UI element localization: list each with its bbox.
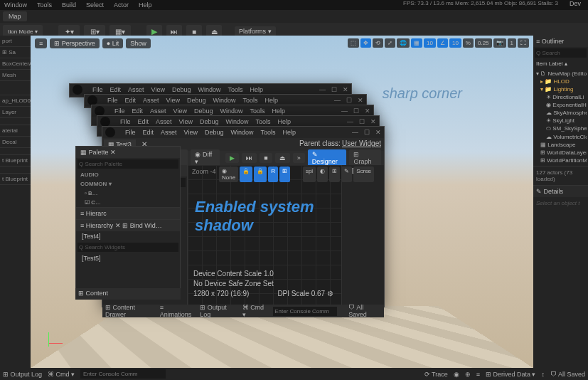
outliner-item[interactable]: ☁ VolumetricClo [535,133,587,141]
trace-button[interactable]: ⟳ Trace [424,371,448,378]
hierarchy-root[interactable]: [Test5] [76,253,180,263]
snap-grid-button[interactable]: ▦ [411,38,422,48]
camera-speed-button[interactable]: 📷 [493,38,506,48]
play-button[interactable]: ▶ [225,153,239,163]
transform-rotate-icon[interactable]: ⟲ [373,38,383,48]
all-saved-button[interactable]: ⛉ All Saved [550,371,585,378]
designer-tab[interactable]: ✎ Designer [308,149,347,167]
revision-icon[interactable]: ↕ [541,371,545,378]
outliner-item[interactable]: ⬭ SM_SkySphe [535,125,587,133]
canvas-tool[interactable]: R [268,167,278,182]
snap-grid-value[interactable]: 10 [424,38,436,48]
close-icon[interactable]: ✕ [358,97,363,104]
transform-move-icon[interactable]: ✥ [360,38,371,48]
perspective-dropdown[interactable]: ⊞ Perspective [50,38,100,48]
expand-icon[interactable]: » [293,153,305,163]
close-icon[interactable]: ✕ [343,86,348,93]
cmd-input[interactable] [80,369,166,379]
output-log-button[interactable]: ⊞ Output Log [200,304,236,318]
outliner-item[interactable]: ⊞ WorldPartitionM [535,157,587,164]
left-item[interactable]: ⊞ Sa [0,47,31,58]
vp-menu-icon[interactable]: ≡ [35,38,47,48]
lit-dropdown[interactable]: ● Lit [102,38,123,48]
outliner-item[interactable]: ◉ ExponentialH [535,101,587,109]
skip-button[interactable]: ⏭ [242,153,257,163]
menu-actor[interactable]: Actor [114,1,129,9]
minimize-icon[interactable]: — [347,118,353,125]
palette-category[interactable]: COMMON ▾ [76,179,180,189]
snap-angle-value[interactable]: 10 [449,38,461,48]
device-dropdown[interactable]: ◉ None [219,167,238,182]
maximize-icon[interactable]: ⛶ [518,38,529,48]
maximize-icon[interactable]: ☐ [359,118,365,125]
details-header[interactable]: ✎ Details [533,185,588,197]
axis-gizmo[interactable] [45,332,66,354]
snap-scale-button[interactable]: % [463,38,474,48]
output-log-button[interactable]: ⊞ Output Log [3,371,42,378]
canvas-tool[interactable]: ✎ [341,167,352,182]
palette-item[interactable]: ☑ C… [76,198,180,207]
maximize-icon[interactable]: ☐ [331,86,337,93]
minimize-icon[interactable]: — [334,97,341,104]
outliner-item[interactable]: ☀ SkyLight [535,117,587,125]
outliner-tree[interactable]: ▾ 🗋 NewMap (Editor)▸ 📁 HLOD▾ 📁 Lighting☀… [533,68,588,166]
dpi-settings-button[interactable]: DPI Scale 0.67 ⚙ [277,289,333,299]
canvas-tool[interactable]: 🔒 [240,167,252,182]
diff-dropdown[interactable]: ◉ Diff ▾ [191,149,220,167]
hierarchy-header[interactable]: ≡ Hierarc [76,207,180,219]
outliner-header[interactable]: ≡ Outliner [533,36,588,47]
transform-select-icon[interactable]: ⬚ [348,38,359,48]
left-item[interactable]: t Blueprint [0,174,31,185]
close-icon[interactable]: ✕ [370,118,376,125]
cmd-dropdown[interactable]: ⌘ Cmd ▾ [242,304,268,318]
outliner-search[interactable]: Q Search [535,48,587,58]
maximize-icon[interactable]: ☐ [364,129,370,136]
designer-canvas[interactable]: Zoom -4 ◉ None 🔒 🔒 R ⊞ spl ◐ ⊞ ✎ Scree E… [188,165,341,305]
outliner-item[interactable]: ☀ DirectionalLi [535,93,587,101]
map-tab[interactable]: Map [3,11,27,21]
outliner-item[interactable]: ⊞ WorldDataLayer [535,149,587,157]
canvas-tool[interactable]: spl [303,167,316,182]
outliner-item[interactable]: ▸ 📁 HLOD [535,78,587,85]
menu-tools[interactable]: Tools [37,1,52,9]
snap-angle-button[interactable]: ∠ [437,38,448,48]
close-icon[interactable]: ✕ [375,129,381,136]
canvas-tool[interactable]: ⊞ [279,167,290,182]
cmd-dropdown[interactable]: ⌘ Cmd ▾ [48,371,75,378]
coord-space-icon[interactable]: 🌐 [397,38,410,48]
canvas-tool[interactable]: ◐ [317,167,328,182]
close-icon[interactable]: ✕ [365,107,370,115]
parent-class-link[interactable]: User Widget [342,139,381,147]
minimize-icon[interactable]: — [319,86,326,93]
fill-dropdown[interactable]: Scree [353,167,374,182]
maximize-icon[interactable]: ☐ [353,107,359,115]
snap-scale-value[interactable]: 0.25 [475,38,492,48]
menu-build[interactable]: Build [62,1,76,9]
animations-button[interactable]: ≡ Animations [160,304,194,318]
graph-tab[interactable]: ⊞ Graph [349,149,381,167]
status-icon[interactable]: ≡ [476,371,480,378]
cmd-input[interactable] [273,307,337,316]
content-button[interactable]: ⊞ Content [75,288,181,300]
palette-item[interactable]: ▫ B… [76,189,180,198]
transform-scale-icon[interactable]: ⤢ [385,38,395,48]
menu-window[interactable]: Window [4,1,27,9]
left-item[interactable]: port [0,36,31,47]
minimize-icon[interactable]: — [352,129,358,136]
hierarchy-search[interactable]: Q Search Widgets [77,243,178,252]
hierarchy-root[interactable]: [Test4] [76,231,180,241]
status-icon[interactable]: ⊕ [465,371,471,378]
show-dropdown[interactable]: Show [126,38,151,48]
derived-data-dropdown[interactable]: ⊞ Derived Data ▾ [486,371,536,378]
maximize-icon[interactable]: ☐ [346,97,352,104]
menu-select[interactable]: Select [86,1,104,9]
outliner-item[interactable]: ▦ Landscape [535,141,587,149]
camera-speed-value[interactable]: 1 [508,38,516,48]
minimize-icon[interactable]: — [341,107,348,115]
outliner-item[interactable]: ▾ 📁 Lighting [535,85,587,93]
left-item[interactable]: t Blueprint [0,155,31,167]
palette-tab[interactable]: ▦ Palette ✕ [76,147,180,158]
status-icon[interactable]: ◉ [454,371,459,378]
all-saved-button[interactable]: ⛉ All Saved [348,304,381,318]
stop-button[interactable]: ■ [260,153,272,163]
